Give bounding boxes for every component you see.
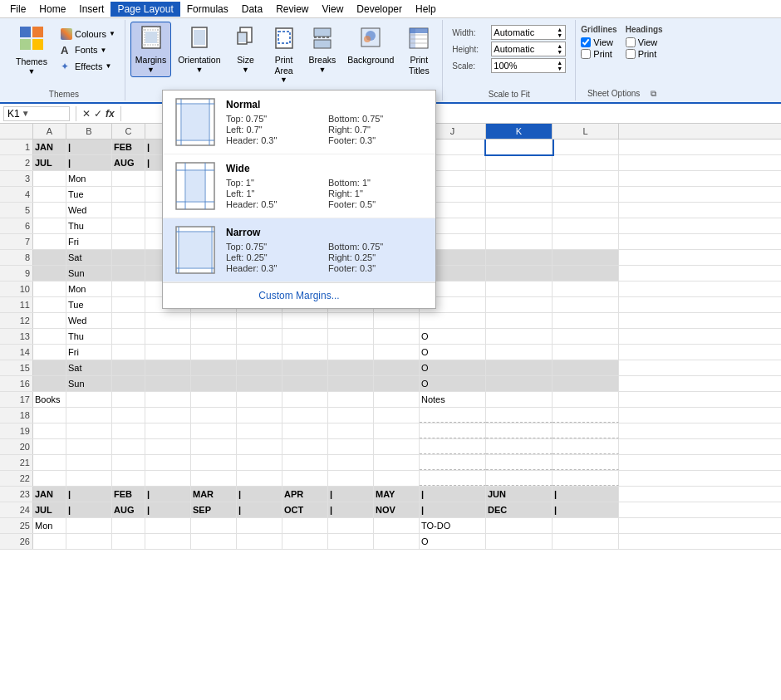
cell-I16[interactable] bbox=[374, 376, 420, 391]
cell-L23[interactable]: | bbox=[553, 487, 619, 502]
cell-E17[interactable] bbox=[191, 392, 237, 407]
menu-review[interactable]: Review bbox=[269, 2, 315, 17]
menu-formulas[interactable]: Formulas bbox=[180, 2, 235, 17]
cell-L11[interactable] bbox=[553, 297, 619, 312]
cell-D16[interactable] bbox=[145, 376, 191, 391]
cell-B1[interactable]: | bbox=[66, 140, 112, 154]
cell-C6[interactable] bbox=[112, 218, 145, 233]
cell-D19[interactable] bbox=[145, 423, 191, 438]
formula-bar-fx-icon[interactable]: fx bbox=[106, 108, 115, 120]
cell-G17[interactable] bbox=[282, 392, 328, 407]
cell-J16[interactable]: O bbox=[420, 376, 486, 391]
cell-A18[interactable] bbox=[33, 408, 66, 423]
cell-E15[interactable] bbox=[191, 360, 237, 375]
sheet-options-expand-icon[interactable]: ⧉ bbox=[651, 89, 656, 98]
cell-E24[interactable]: SEP bbox=[191, 502, 237, 517]
cell-C9[interactable] bbox=[112, 266, 145, 281]
cell-G12[interactable] bbox=[282, 313, 328, 328]
cell-B5[interactable]: Wed bbox=[66, 203, 112, 218]
cell-I25[interactable] bbox=[374, 518, 420, 533]
margins-button[interactable]: Margins ▼ bbox=[130, 22, 171, 77]
scale-down-icon[interactable]: ▼ bbox=[556, 66, 563, 71]
cell-E14[interactable] bbox=[191, 345, 237, 360]
cell-A20[interactable] bbox=[33, 439, 66, 454]
cell-A24[interactable]: JUL bbox=[33, 502, 66, 517]
cell-L16[interactable] bbox=[553, 376, 619, 391]
cell-C13[interactable] bbox=[112, 329, 145, 344]
cell-K16[interactable] bbox=[486, 376, 553, 391]
cell-B6[interactable]: Thu bbox=[66, 218, 112, 233]
cell-L12[interactable] bbox=[553, 313, 619, 328]
cell-B23[interactable]: | bbox=[66, 487, 112, 502]
menu-developer[interactable]: Developer bbox=[350, 2, 409, 17]
cell-F16[interactable] bbox=[237, 376, 282, 391]
cell-K11[interactable] bbox=[486, 297, 553, 312]
cell-L22[interactable] bbox=[553, 471, 619, 486]
cell-A8[interactable] bbox=[33, 250, 66, 265]
cell-J22[interactable] bbox=[420, 471, 486, 486]
breaks-button[interactable]: Breaks ▼ bbox=[304, 22, 341, 77]
cell-K1[interactable] bbox=[486, 140, 553, 154]
cell-G22[interactable] bbox=[282, 471, 328, 486]
margin-option-wide[interactable]: Wide Top: 1" Bottom: 1" Left: 1" Right: … bbox=[163, 154, 435, 218]
cell-I22[interactable] bbox=[374, 471, 420, 486]
cell-K20[interactable] bbox=[486, 439, 553, 454]
cell-L17[interactable] bbox=[553, 392, 619, 407]
cell-I17[interactable] bbox=[374, 392, 420, 407]
cell-A19[interactable] bbox=[33, 423, 66, 438]
cell-L25[interactable] bbox=[553, 518, 619, 533]
cell-L9[interactable] bbox=[553, 266, 619, 281]
cell-F23[interactable]: | bbox=[237, 487, 282, 502]
cell-C25[interactable] bbox=[112, 518, 145, 533]
cell-J17[interactable]: Notes bbox=[420, 392, 486, 407]
width-down-icon[interactable]: ▼ bbox=[556, 32, 563, 38]
cell-A5[interactable] bbox=[33, 203, 66, 218]
name-box[interactable]: K1 ▼ bbox=[3, 106, 70, 121]
cell-F20[interactable] bbox=[237, 439, 282, 454]
col-header-A[interactable]: A bbox=[33, 124, 66, 139]
cell-B22[interactable] bbox=[66, 471, 112, 486]
cell-B10[interactable]: Mon bbox=[66, 281, 112, 296]
cell-L8[interactable] bbox=[553, 250, 619, 265]
cell-I26[interactable] bbox=[374, 534, 420, 549]
cell-H22[interactable] bbox=[328, 471, 374, 486]
cell-A22[interactable] bbox=[33, 471, 66, 486]
cell-L21[interactable] bbox=[553, 455, 619, 470]
cell-E16[interactable] bbox=[191, 376, 237, 391]
scale-input[interactable]: 100% ▲ ▼ bbox=[491, 58, 566, 73]
col-header-L[interactable]: L bbox=[553, 124, 619, 139]
width-up-icon[interactable]: ▲ bbox=[556, 27, 563, 32]
cell-L5[interactable] bbox=[553, 203, 619, 218]
cell-K13[interactable] bbox=[486, 329, 553, 344]
cell-L2[interactable] bbox=[553, 155, 619, 170]
cell-C5[interactable] bbox=[112, 203, 145, 218]
cell-A9[interactable] bbox=[33, 266, 66, 281]
cell-D24[interactable]: | bbox=[145, 502, 191, 517]
cell-B11[interactable]: Tue bbox=[66, 297, 112, 312]
cell-I18[interactable] bbox=[374, 408, 420, 423]
name-box-dropdown-icon[interactable]: ▼ bbox=[22, 109, 30, 118]
cell-J12[interactable] bbox=[420, 313, 486, 328]
cell-H14[interactable] bbox=[328, 345, 374, 360]
margin-option-narrow[interactable]: Narrow Top: 0.75" Bottom: 0.75" Left: 0.… bbox=[163, 218, 435, 282]
cell-K15[interactable] bbox=[486, 360, 553, 375]
cell-B19[interactable] bbox=[66, 423, 112, 438]
cell-B3[interactable]: Mon bbox=[66, 171, 112, 186]
cell-A25[interactable]: Mon bbox=[33, 518, 66, 533]
cell-C19[interactable] bbox=[112, 423, 145, 438]
cell-I15[interactable] bbox=[374, 360, 420, 375]
cell-F21[interactable] bbox=[237, 455, 282, 470]
height-input[interactable]: Automatic ▲ ▼ bbox=[491, 42, 566, 56]
cell-I24[interactable]: NOV bbox=[374, 502, 420, 517]
cell-L1[interactable] bbox=[553, 140, 619, 154]
cell-E20[interactable] bbox=[191, 439, 237, 454]
cell-C20[interactable] bbox=[112, 439, 145, 454]
cell-K9[interactable] bbox=[486, 266, 553, 281]
cell-A16[interactable] bbox=[33, 376, 66, 391]
cell-K3[interactable] bbox=[486, 171, 553, 186]
cell-K25[interactable] bbox=[486, 518, 553, 533]
cell-B20[interactable] bbox=[66, 439, 112, 454]
formula-bar-cross-icon[interactable]: ✕ bbox=[82, 108, 91, 120]
cell-C21[interactable] bbox=[112, 455, 145, 470]
cell-B9[interactable]: Sun bbox=[66, 266, 112, 281]
